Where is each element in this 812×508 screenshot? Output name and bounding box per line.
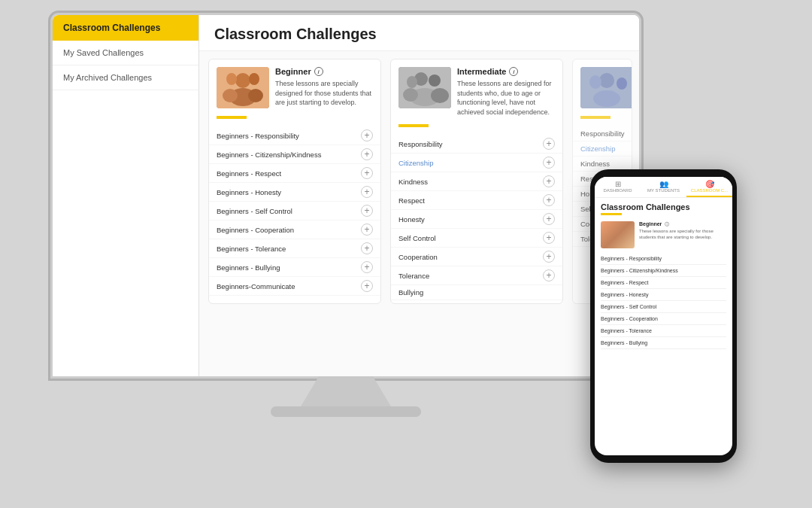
svg-point-3 xyxy=(249,73,259,85)
add-lesson-button[interactable]: + xyxy=(361,280,373,292)
list-item[interactable]: Self Control + xyxy=(391,229,562,248)
phone-yellow-bar xyxy=(601,213,622,215)
scene: Classroom Challenges My Saved Challenges… xyxy=(0,0,812,508)
page-title: Classroom Challenges xyxy=(199,15,639,51)
add-lesson-button[interactable]: + xyxy=(543,269,555,281)
add-lesson-button[interactable]: + xyxy=(543,251,555,263)
list-item[interactable]: Beginners - Honesty + xyxy=(209,183,380,202)
phone: ⊞ DASHBOARD 👥 MY STUDENTS 🎯 CLASSROOM C.… xyxy=(590,169,737,463)
add-lesson-button[interactable]: + xyxy=(361,186,373,198)
intermediate-info-icon[interactable]: i xyxy=(509,67,518,76)
sidebar-item-archived[interactable]: My Archived Challenges xyxy=(53,65,198,90)
svg-point-10 xyxy=(407,76,417,88)
svg-point-6 xyxy=(248,89,263,102)
list-item[interactable]: Honesty + xyxy=(391,210,562,229)
list-item[interactable]: Citizenship + xyxy=(391,154,562,172)
sidebar-item-classroom-challenges[interactable]: Classroom Challenges xyxy=(53,15,198,41)
beginner-card-desc: These lessons are specially designed for… xyxy=(275,79,373,108)
phone-page-title: Classroom Challenges xyxy=(595,198,732,213)
list-item[interactable]: Beginners - Respect + xyxy=(209,164,380,183)
monitor: Classroom Challenges My Saved Challenges… xyxy=(38,15,654,452)
list-item[interactable]: Cooperation + xyxy=(391,248,562,266)
list-item[interactable]: Respect + xyxy=(391,191,562,210)
add-lesson-button[interactable]: + xyxy=(543,194,555,206)
svg-point-13 xyxy=(403,88,418,102)
list-item[interactable]: Beginners - Citizenship/Kindness xyxy=(601,265,726,277)
phone-nav-dashboard[interactable]: ⊞ DASHBOARD xyxy=(595,180,641,197)
beginner-card: Beginner i These lessons are specially d… xyxy=(208,59,381,304)
beginner-yellow-bar xyxy=(217,116,247,119)
list-item[interactable]: Bullying xyxy=(391,285,562,300)
svg-point-15 xyxy=(599,73,614,88)
beginner-card-image xyxy=(217,67,269,108)
list-item[interactable]: Beginners - Tolerance + xyxy=(209,239,380,258)
intermediate-card-title: Intermediate i xyxy=(457,67,555,76)
phone-card-desc: These lessons are specially for those st… xyxy=(639,228,726,241)
beginner-info-icon[interactable]: i xyxy=(314,67,323,76)
svg-point-5 xyxy=(223,89,238,102)
add-lesson-button[interactable]: + xyxy=(361,242,373,254)
list-item[interactable]: Kindness + xyxy=(391,172,562,191)
svg-point-2 xyxy=(226,73,237,85)
add-lesson-button[interactable]: + xyxy=(543,157,555,169)
list-item[interactable]: Beginners - Responsibility xyxy=(601,253,726,265)
add-lesson-button[interactable]: + xyxy=(361,129,373,141)
phone-info-icon[interactable]: ⓘ xyxy=(665,222,669,227)
list-item[interactable]: Beginners - Cooperation xyxy=(601,313,726,325)
monitor-stand xyxy=(301,376,391,406)
list-item[interactable]: Citizenship xyxy=(573,141,632,157)
list-item[interactable]: Beginners - Self Control + xyxy=(209,202,380,221)
phone-screen: ⊞ DASHBOARD 👥 MY STUDENTS 🎯 CLASSROOM C.… xyxy=(595,177,732,455)
add-lesson-button[interactable]: + xyxy=(361,148,373,160)
add-lesson-button[interactable]: + xyxy=(543,232,555,244)
beginner-lesson-list: Beginners - Responsibility + Beginners -… xyxy=(209,123,380,299)
sidebar-item-saved[interactable]: My Saved Challenges xyxy=(53,41,198,65)
beginner-card-title: Beginner i xyxy=(275,67,373,76)
add-lesson-button[interactable]: + xyxy=(361,205,373,217)
phone-card-info: Beginner ⓘ These lessons are specially f… xyxy=(639,221,726,248)
advanced-yellow-bar xyxy=(580,116,611,119)
list-item[interactable]: Beginners - Cooperation + xyxy=(209,221,380,239)
add-lesson-button[interactable]: + xyxy=(361,224,373,236)
svg-point-12 xyxy=(431,88,449,103)
intermediate-card-image xyxy=(398,67,451,108)
list-item[interactable]: Beginners - Citizenship/Kindness + xyxy=(209,145,380,164)
list-item[interactable]: Beginners - Tolerance xyxy=(601,325,726,337)
add-lesson-button[interactable]: + xyxy=(543,175,555,187)
advanced-card-header xyxy=(573,59,632,116)
list-item[interactable]: Responsibility xyxy=(573,126,632,141)
list-item[interactable]: Beginners - Responsibility + xyxy=(209,126,380,145)
add-lesson-button[interactable]: + xyxy=(543,138,555,150)
beginner-card-header: Beginner i These lessons are specially d… xyxy=(209,59,380,116)
list-item[interactable]: Beginners-Communicate + xyxy=(209,277,380,296)
cards-row: Beginner i These lessons are specially d… xyxy=(199,51,639,312)
list-item[interactable]: Beginners - Self Control xyxy=(601,301,726,313)
list-item[interactable]: Beginners - Honesty xyxy=(601,289,726,301)
add-lesson-button[interactable]: + xyxy=(543,213,555,225)
svg-point-16 xyxy=(589,75,601,89)
list-item[interactable]: Beginners - Bullying xyxy=(601,337,726,349)
svg-point-17 xyxy=(617,78,627,90)
add-lesson-button[interactable]: + xyxy=(361,261,373,273)
list-item[interactable]: Responsibility + xyxy=(391,135,562,154)
svg-point-18 xyxy=(593,90,620,107)
list-item[interactable]: Beginners - Respect xyxy=(601,277,726,289)
phone-nav: ⊞ DASHBOARD 👥 MY STUDENTS 🎯 CLASSROOM C.… xyxy=(595,177,732,198)
phone-card-image xyxy=(601,221,635,248)
add-lesson-button[interactable]: + xyxy=(361,167,373,179)
main-content: Classroom Challenges xyxy=(199,15,639,376)
list-item[interactable]: Beginners - Bullying + xyxy=(209,258,380,277)
intermediate-card-header: Intermediate i These lessons are designe… xyxy=(391,59,562,124)
phone-card-title: Beginner ⓘ xyxy=(639,221,726,228)
intermediate-card: Intermediate i These lessons are designe… xyxy=(390,59,563,304)
svg-point-1 xyxy=(235,73,250,88)
list-item[interactable]: Tolerance + xyxy=(391,266,562,285)
monitor-base xyxy=(271,406,421,417)
intermediate-lesson-list: Responsibility + Citizenship + Kindness … xyxy=(391,132,562,303)
svg-point-9 xyxy=(429,75,441,87)
intermediate-card-info: Intermediate i These lessons are designe… xyxy=(457,67,555,117)
phone-nav-classroom[interactable]: 🎯 CLASSROOM C... xyxy=(686,180,732,197)
beginner-card-info: Beginner i These lessons are specially d… xyxy=(275,67,373,108)
advanced-card-image xyxy=(580,67,632,108)
phone-nav-students[interactable]: 👥 MY STUDENTS xyxy=(641,180,686,197)
